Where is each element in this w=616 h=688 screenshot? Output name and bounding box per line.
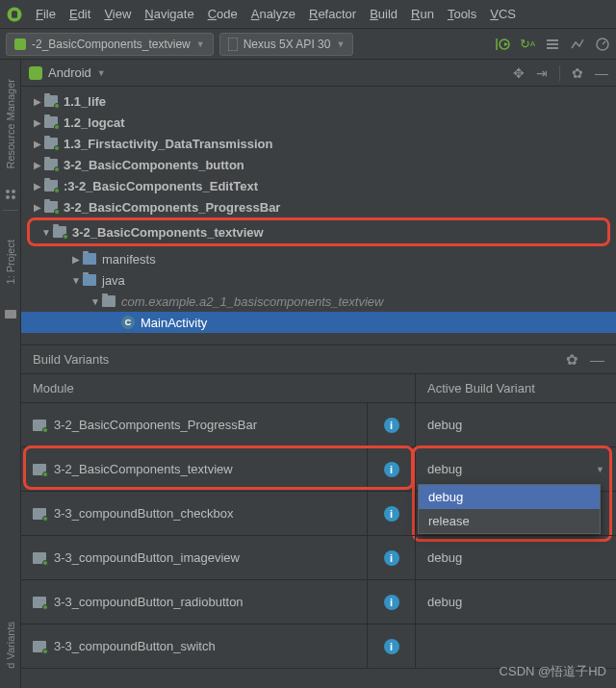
info-button[interactable]: i (367, 536, 415, 579)
tree-node[interactable]: ▶3-2_BasicComponents_button (21, 154, 616, 175)
tree-node[interactable]: ▼java (21, 269, 616, 291)
gear-icon[interactable]: ✿ (572, 65, 583, 81)
variant-dropdown[interactable]: debugrelease (418, 484, 601, 534)
gauge-icon[interactable] (595, 37, 610, 52)
minimize-icon[interactable]: — (590, 351, 604, 369)
tree-node-highlighted[interactable]: ▼ 3-2_BasicComponents_textview (30, 221, 607, 242)
info-button[interactable]: i (367, 403, 415, 446)
build-variant-row: 3-3_compoundButton_imageview i debug (21, 536, 616, 580)
expand-arrow-icon[interactable]: ▼ (39, 227, 53, 238)
build-variants-tab[interactable]: d Variants (5, 622, 16, 669)
menu-edit[interactable]: Edit (63, 7, 97, 21)
module-folder-icon (44, 180, 58, 191)
run-config-label: -2_BasicComponents_textview (32, 38, 191, 51)
variant-value: debug (427, 462, 462, 476)
tree-node-label: MainActivity (141, 316, 207, 330)
build-variants-panel: Build Variants ✿ — Module Active Build V… (21, 344, 616, 688)
variant-cell[interactable] (416, 624, 616, 668)
package-folder-icon (102, 295, 116, 307)
expand-arrow-icon[interactable]: ▼ (69, 275, 83, 286)
info-button[interactable]: i (367, 624, 415, 668)
stack-icon[interactable] (545, 37, 560, 52)
dropdown-option[interactable]: release (419, 509, 600, 533)
tree-node-class[interactable]: CMainActivity (21, 312, 616, 333)
menu-view[interactable]: View (97, 7, 138, 21)
info-button[interactable]: i (367, 447, 415, 491)
project-tab[interactable]: 1: Project (5, 240, 16, 284)
info-icon: i (384, 506, 399, 522)
expand-arrow-icon[interactable]: ▼ (89, 296, 102, 307)
tree-highlight: ▼ 3-2_BasicComponents_textview (27, 217, 610, 246)
module-folder-icon (44, 159, 58, 170)
tree-node[interactable]: ▼com.example.a2_1_basiscomponents_textvi… (21, 291, 616, 312)
menu-code[interactable]: Code (201, 7, 244, 21)
module-folder-icon (33, 508, 46, 520)
svg-point-11 (6, 195, 10, 199)
run-config-selector[interactable]: -2_BasicComponents_textview ▼ (6, 33, 214, 56)
module-name: 3-2_BasicComponents_textview (54, 462, 367, 476)
sync-icon[interactable]: ↻A (520, 37, 535, 52)
expand-arrow-icon[interactable]: ▶ (31, 202, 44, 213)
info-button[interactable]: i (367, 492, 415, 535)
svg-rect-3 (228, 38, 238, 51)
menu-analyze[interactable]: Analyze (244, 7, 302, 21)
tree-node[interactable]: ▶1.3_Firstactivity_DataTransmission (21, 133, 616, 154)
info-icon: i (384, 595, 399, 610)
svg-rect-13 (5, 310, 16, 319)
device-selector[interactable]: Nexus 5X API 30 ▼ (219, 33, 354, 56)
menu-build[interactable]: Build (363, 7, 404, 21)
variant-value: debug (427, 595, 462, 609)
chevron-down-icon: ▼ (97, 68, 106, 78)
tree-node[interactable]: ▶:3-2_BasicComponents_EditText (21, 175, 616, 196)
expand-arrow-icon[interactable]: ▶ (69, 254, 83, 265)
svg-rect-14 (29, 66, 42, 80)
menu-file[interactable]: File (29, 7, 63, 21)
svg-rect-1 (12, 11, 17, 18)
expand-arrow-icon[interactable]: ▶ (31, 181, 44, 191)
toolbar: -2_BasicComponents_textview ▼ Nexus 5X A… (0, 29, 616, 60)
menu-tools[interactable]: Tools (441, 7, 483, 21)
resource-manager-tab[interactable]: Resource Manager (5, 79, 16, 169)
tree-node-label: 1.2_logcat (64, 115, 125, 130)
module-name: 3-3_compoundButton_imageview (54, 550, 367, 565)
run-with-coverage-icon[interactable] (495, 37, 510, 52)
info-icon: i (384, 639, 399, 654)
menu-vcs[interactable]: VCS (483, 7, 523, 21)
tree-node[interactable]: ▶1.1_life (21, 90, 616, 112)
build-variants-title: Build Variants (33, 352, 109, 367)
expand-arrow-icon[interactable]: ▶ (31, 96, 44, 107)
dropdown-option[interactable]: debug (419, 485, 600, 509)
module-folder-icon (44, 95, 58, 107)
variant-cell[interactable]: debug (416, 403, 616, 446)
expand-arrow-icon[interactable]: ▶ (31, 160, 44, 170)
locate-icon[interactable]: ✥ (513, 65, 525, 81)
module-folder-icon (33, 597, 46, 608)
tree-node[interactable]: ▶1.2_logcat (21, 112, 616, 133)
profiler-icon[interactable] (570, 37, 585, 52)
minimize-icon[interactable]: — (595, 65, 608, 81)
gear-icon[interactable]: ✿ (566, 351, 578, 369)
info-button[interactable]: i (367, 580, 415, 624)
module-folder-icon (33, 420, 46, 431)
collapse-icon[interactable]: ⇥ (536, 65, 548, 81)
folder-icon (83, 253, 96, 265)
tree-node-label: 1.1_life (64, 94, 106, 109)
module-folder-icon (44, 201, 58, 213)
project-view-selector[interactable]: Android (48, 65, 91, 80)
module-folder-icon (33, 641, 46, 652)
expand-arrow-icon[interactable]: ▶ (31, 139, 44, 149)
expand-arrow-icon[interactable]: ▶ (31, 117, 44, 128)
tree-node[interactable]: ▶manifests (21, 248, 616, 269)
module-name: 3-3_compoundButton_checkbox (54, 506, 367, 521)
menu-run[interactable]: Run (404, 7, 441, 21)
folder-icon (83, 274, 96, 286)
variant-cell[interactable]: debug (416, 536, 616, 579)
info-icon: i (384, 418, 399, 433)
tree-node-label: 3-2_BasicComponents_button (64, 158, 244, 172)
menu-navigate[interactable]: Navigate (138, 7, 200, 21)
variant-cell[interactable]: debug (416, 580, 616, 624)
svg-rect-5 (547, 43, 558, 45)
menu-refactor[interactable]: Refactor (302, 7, 363, 21)
info-icon: i (384, 550, 399, 566)
tree-node[interactable]: ▶3-2_BasicComponents_ProgressBar (21, 196, 616, 217)
